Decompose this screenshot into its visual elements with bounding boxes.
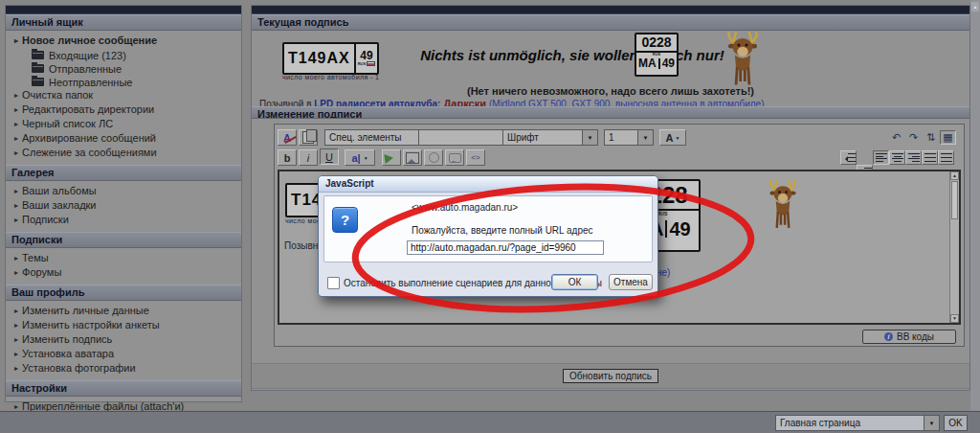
sidebar-item-set-avatar[interactable]: Установка аватара [6, 348, 241, 361]
current-signature-header: Текущая подпись [252, 14, 969, 31]
wysiwyg-toggle-button[interactable]: a|▼ [345, 149, 375, 166]
sidebar-item-archive[interactable]: Архивирование сообщений [6, 132, 241, 146]
folder-icon [32, 78, 44, 86]
align-left-icon [876, 153, 887, 162]
folder-icon [32, 51, 44, 59]
sidebar-item-edit-profile[interactable]: Изменить настройки анкеты [6, 319, 241, 332]
dialog-cancel-button[interactable]: Отмена [609, 274, 653, 290]
sidebar-item-bookmarks[interactable]: Ваши закладки [6, 199, 241, 213]
sidebar-item-edit-personal[interactable]: Изменить личные данные [6, 305, 241, 318]
insert-quote-button[interactable] [445, 149, 464, 166]
scrollbar-thumb[interactable] [951, 181, 958, 219]
undo-button[interactable]: ↶ [888, 130, 904, 145]
current-signature-preview: Т149АХ 49 RUS число моего автомобиля - 1… [252, 31, 969, 109]
sort-button[interactable]: ⇅ [923, 130, 939, 145]
sidebar-item-track[interactable]: Слежение за сообщениями [6, 147, 241, 160]
sidebar-item-set-photo[interactable]: Установка фотографии [6, 362, 241, 376]
sidebar-item-albums[interactable]: Ваши альбомы [6, 185, 241, 198]
font-select[interactable]: Шрифт [502, 129, 598, 146]
info-icon: i [884, 332, 893, 341]
align-center-button[interactable] [889, 150, 905, 165]
quote-icon [449, 153, 461, 163]
license-plate: Т149АХ 49 RUS [282, 42, 379, 75]
editor-scrollbar[interactable]: ▲ ▼ [949, 171, 959, 323]
italic-button[interactable]: i [299, 149, 318, 166]
ordered-list-icon [924, 153, 936, 162]
align-center-icon [892, 153, 903, 162]
font-select[interactable] [418, 129, 506, 146]
stop-scripts-checkbox[interactable] [327, 277, 340, 289]
outdent-button[interactable] [840, 150, 857, 165]
signature-editor-header: Изменение подписи [252, 106, 969, 119]
update-signature-bar: Обновить подпись [252, 363, 969, 389]
plate-caption: число моего автомобиля - 1 [282, 74, 379, 80]
table-mode-button[interactable]: ▦ [940, 130, 956, 145]
unordered-list-button[interactable] [938, 150, 954, 165]
url-input[interactable] [407, 240, 604, 255]
sidebar-header-gallery: Галерея [6, 165, 241, 181]
chevron-down-icon [582, 130, 597, 145]
sidebar-item-inbox[interactable]: Входящие (123) [23, 49, 241, 61]
question-icon: ? [332, 207, 358, 233]
browser-scrollbar[interactable]: ▲ [970, 0, 980, 411]
sidebar-item-edit-signature[interactable]: Изменить подпись [6, 333, 241, 347]
font-size-select[interactable]: 1 [604, 129, 654, 146]
image-icon [406, 152, 419, 164]
ordered-list-button[interactable] [922, 150, 938, 165]
redo-icon: ↷ [909, 131, 918, 144]
sidebar-list-gallery: Ваши альбомы Ваши закладки Подписки [6, 181, 241, 232]
slogan-translation: (Нет ничего невозможного, надо всего лиш… [252, 85, 969, 97]
folder-icon [32, 64, 44, 73]
underline-button[interactable]: U [320, 148, 339, 165]
align-right-button[interactable] [905, 150, 922, 165]
sidebar-item-gallery-subs[interactable]: Подписки [6, 214, 241, 227]
redo-button[interactable]: ↷ [905, 130, 922, 145]
quick-navigation-select[interactable]: Главная страница [775, 415, 940, 431]
bb-codes-row: i BB коды [278, 329, 961, 345]
scroll-up-icon[interactable]: ▲ [950, 171, 959, 180]
sidebar-item-forums[interactable]: Форумы [6, 266, 241, 280]
sidebar-list-profile: Изменить личные данные Изменить настройк… [6, 301, 241, 380]
insert-code-button[interactable]: <> [466, 149, 485, 166]
scroll-down-icon[interactable]: ▼ [950, 314, 959, 323]
bold-button[interactable]: b [278, 149, 297, 166]
update-signature-button[interactable]: Обновить подпись [563, 369, 658, 383]
sidebar-item-topics[interactable]: Темы [6, 252, 241, 265]
align-right-icon [908, 153, 920, 162]
sidebar-item-edit-folders[interactable]: Редактировать директории [6, 103, 241, 117]
sidebar-list-subscriptions: Темы Форумы [6, 248, 241, 285]
remove-format-button[interactable]: A [278, 129, 297, 146]
table-icon: ▦ [943, 131, 952, 144]
dialog-prompt-text: Пожалуйста, введите полный URL адрес [412, 225, 593, 236]
align-left-button[interactable] [873, 150, 889, 165]
insert-link-icon [384, 152, 398, 164]
editor-text-fragment: не) [657, 267, 670, 278]
outdent-icon [848, 153, 856, 162]
code-icon: <> [471, 153, 479, 162]
dialog-ok-button[interactable]: ОК [551, 274, 598, 290]
bb-codes-button[interactable]: i BB коды [862, 330, 956, 344]
insert-link-button[interactable] [382, 149, 401, 166]
footer-ok-button[interactable]: OK [944, 415, 968, 431]
chevron-down-icon: ▼ [364, 155, 368, 161]
undo-icon: ↶ [892, 131, 901, 144]
paste-button[interactable] [299, 129, 318, 146]
sidebar-item-new-pm[interactable]: Новое личное сообщение [6, 34, 241, 48]
sort-icon: ⇅ [926, 131, 935, 144]
sidebar-list-private-messages: Новое личное сообщение Входящие (123) От… [6, 31, 241, 165]
sidebar-item-unsent[interactable]: Неотправленные [23, 76, 241, 88]
paste-icon [302, 131, 314, 144]
scroll-up-icon[interactable]: ▲ [971, 2, 979, 11]
font-color-button[interactable]: A▼ [659, 129, 686, 146]
insert-smiley-button[interactable] [424, 149, 443, 166]
insert-image-button[interactable] [403, 149, 422, 166]
sidebar-item-sent[interactable]: Отправленные [23, 62, 241, 75]
signature-slogan: Nichts ist unmöglich, sie wollen einfach… [367, 47, 778, 63]
chevron-down-icon: ▼ [676, 135, 680, 141]
dialog-title: JavaScript [319, 176, 657, 193]
sidebar-item-clear-folders[interactable]: Очистка папок [6, 89, 241, 103]
smiley-icon [429, 152, 439, 163]
sidebar-header-private-messages: Личный ящик [6, 14, 241, 31]
sidebar-item-blacklist[interactable]: Черный список ЛС [6, 118, 241, 131]
sidebar-top-strip [6, 6, 241, 14]
